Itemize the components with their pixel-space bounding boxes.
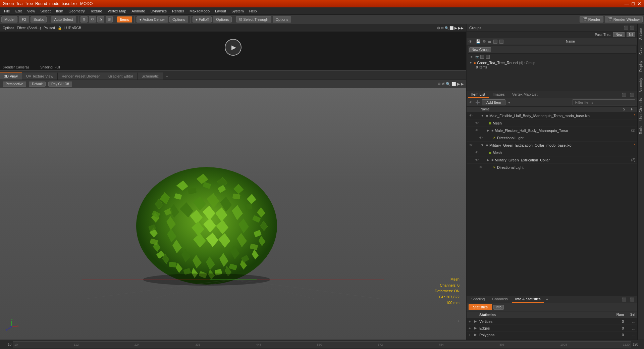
play-button[interactable] (225, 39, 241, 56)
stats-expand-edges[interactable]: ▶ (474, 326, 478, 330)
menu-geometry[interactable]: Geometry (66, 8, 87, 14)
items-button[interactable]: Items (117, 16, 132, 22)
side-assembly[interactable]: Assembly (638, 75, 643, 95)
group-check-1[interactable] (480, 55, 484, 59)
close-button[interactable]: ✕ (637, 1, 641, 6)
perspective-button[interactable]: Perspective (3, 82, 26, 87)
tab-channels[interactable]: Channels (489, 296, 511, 303)
pass-new-button[interactable]: New (613, 32, 625, 37)
tab-render-preset-browser[interactable]: Render Preset Browser (58, 72, 104, 80)
menu-item[interactable]: Item (53, 8, 66, 14)
select-through-button[interactable]: ⊡ Select Through (236, 16, 271, 22)
side-surface[interactable]: Surface (638, 26, 643, 42)
side-curve[interactable]: Curve (638, 43, 643, 57)
group-eye-1[interactable]: 👁 (469, 54, 474, 59)
item-eye-mesh1[interactable]: 👁 (475, 121, 479, 126)
panel-expand-btn[interactable]: ⬛ (621, 93, 628, 97)
checkbox-2[interactable] (499, 40, 503, 44)
minimize-button[interactable]: — (625, 1, 629, 6)
time-ruler[interactable]: 10 112 224 336 448 560 672 784 896 1008 … (13, 341, 631, 348)
item-collapse-2[interactable]: ▼ (481, 143, 484, 147)
menu-animate[interactable]: Animate (129, 8, 148, 14)
layers-icon[interactable]: ☰ (488, 39, 491, 44)
sculpt-button[interactable]: Sculpt (31, 16, 47, 22)
save-icon[interactable]: 💾 (476, 39, 481, 44)
tab-schematic[interactable]: Schematic (138, 72, 163, 80)
transform-btn-2[interactable]: ↺ (89, 16, 96, 22)
tab-shading[interactable]: Shading (468, 296, 488, 303)
menu-render[interactable]: Render (169, 8, 187, 14)
menu-help[interactable]: Help (247, 8, 260, 14)
group-cam-icon[interactable]: 📷 (475, 55, 479, 58)
menu-maxtomodo[interactable]: MaxToModo (187, 8, 212, 14)
tab-item-list[interactable]: Item List (468, 91, 489, 98)
menu-edit[interactable]: Edit (13, 8, 24, 14)
preview-options-btn[interactable]: Options (3, 26, 14, 30)
f2-button[interactable]: F2 (19, 16, 29, 22)
falloff-button[interactable]: ● Falloff (193, 16, 212, 22)
viewport-3d[interactable]: Perspective Default Ray GL: Off ⚙ ↺ 🔍 ⬜ … (0, 80, 466, 340)
tab-info-statistics[interactable]: Info & Statistics (512, 296, 544, 303)
select-through-options-button[interactable]: Options (273, 16, 291, 22)
item-eye-group1[interactable]: 👁 (475, 128, 479, 133)
stats-expand-btn[interactable]: ⬛ (621, 297, 628, 302)
item-collapse-1[interactable]: ▼ (481, 114, 484, 117)
stats-plus-polygons[interactable]: + (469, 333, 473, 337)
eye-icon[interactable]: 👁 (469, 40, 474, 44)
stats-expand-vertices[interactable]: ▶ (474, 319, 478, 323)
menu-system[interactable]: System (229, 8, 247, 14)
action-center-button[interactable]: ● Action Center (137, 16, 168, 22)
tab-vertex-map-list[interactable]: Vertex Map List (509, 91, 541, 98)
item-eye-1[interactable]: 👁 (469, 113, 473, 118)
add-item-button[interactable]: Add Item (482, 99, 505, 105)
side-tools[interactable]: Tools (638, 124, 643, 137)
statistics-button[interactable]: Statistics (469, 304, 492, 310)
dropdown-arrow[interactable]: ▼ (507, 101, 511, 104)
stats-collapse-btn[interactable]: ⬛ (629, 297, 636, 302)
stats-add-tab[interactable]: + (545, 297, 549, 301)
render-window-button[interactable]: 🎬 Render Window (605, 16, 643, 22)
action-center-options-button[interactable]: Options (169, 16, 188, 22)
transform-btn-4[interactable]: ⊞ (106, 16, 113, 22)
tab-3d-view[interactable]: 3D View (0, 72, 22, 80)
item-eye-group2[interactable]: 👁 (475, 158, 479, 162)
menu-layout[interactable]: Layout (212, 8, 229, 14)
filter-items-input[interactable] (573, 99, 635, 105)
item-eye-light1[interactable]: 👁 (479, 136, 483, 140)
pass-nil-button[interactable]: Nil (627, 32, 635, 37)
panel-expand-icon[interactable]: ⬛ (624, 26, 629, 30)
ray-gl-button[interactable]: Ray GL: Off (48, 82, 72, 87)
side-display[interactable]: Display (638, 58, 643, 74)
auto-select-button[interactable]: Auto Select (51, 16, 76, 22)
maximize-button[interactable]: □ (632, 1, 635, 6)
transform-btn-3[interactable]: ⇲ (97, 16, 104, 22)
render-button[interactable]: 🎬 Render (580, 16, 603, 22)
menu-file[interactable]: File (1, 8, 13, 14)
window-controls[interactable]: — □ ✕ (625, 1, 641, 6)
group-item-green-tea[interactable]: ▼ ■ Green_Tea_Tree_Round (4) : Group (468, 60, 636, 65)
transform-btn-1[interactable]: ⊕ (80, 16, 88, 22)
menu-view[interactable]: View (24, 8, 38, 14)
item-list-add-icon[interactable]: ➕ (475, 100, 480, 105)
tab-uv-texture-view[interactable]: UV Texture View (22, 72, 58, 80)
group-check-2[interactable] (486, 55, 490, 59)
expand-arrow[interactable]: ▼ (469, 61, 472, 64)
stats-plus-vertices[interactable]: + (469, 319, 473, 323)
item-eye-mesh2[interactable]: 👁 (475, 150, 479, 155)
stats-expand-polygons[interactable]: ▶ (474, 333, 478, 337)
falloff-options-button[interactable]: Options (213, 16, 232, 22)
item-eye-2[interactable]: 👁 (469, 143, 473, 148)
menu-dynamics[interactable]: Dynamics (148, 8, 169, 14)
item-expand-group2[interactable]: ▶ (487, 158, 489, 162)
panel-collapse-btn[interactable]: ⬛ (629, 93, 636, 97)
menu-texture[interactable]: Texture (88, 8, 105, 14)
viewport-default-button[interactable]: Default (29, 82, 46, 87)
tab-gradient-editor[interactable]: Gradient Editor (104, 72, 138, 80)
tab-images[interactable]: Images (489, 91, 508, 98)
item-expand-group1[interactable]: ▶ (487, 129, 489, 132)
stats-plus-edges[interactable]: + (469, 326, 473, 330)
tab-add-button[interactable]: + (163, 73, 170, 80)
model-button[interactable]: Model (1, 16, 17, 22)
panel-collapse-icon[interactable]: ⬛ (630, 26, 635, 30)
menu-select[interactable]: Select (38, 8, 53, 14)
